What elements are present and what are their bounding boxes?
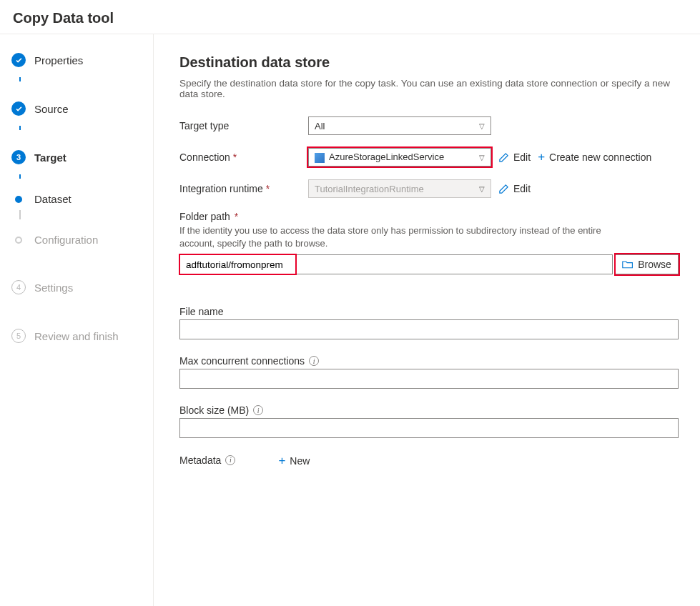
step-number-icon: 5 — [11, 329, 26, 343]
file-name-input[interactable] — [179, 319, 679, 339]
file-name-label: File name — [179, 306, 679, 317]
step-label: Source — [34, 103, 69, 115]
page-header: Copy Data tool — [0, 0, 700, 34]
info-icon[interactable]: i — [225, 455, 235, 465]
folder-path-input[interactable] — [179, 254, 613, 274]
step-settings[interactable]: 4 Settings — [0, 276, 153, 299]
step-number-icon: 4 — [11, 280, 26, 294]
folder-icon — [622, 259, 634, 269]
block-size-label: Block size (MB) i — [179, 404, 679, 416]
pencil-icon — [498, 184, 509, 194]
runtime-select[interactable]: TutorialIntegrationRuntime ▽ — [308, 179, 491, 198]
step-label: Review and finish — [34, 330, 119, 342]
step-configuration[interactable]: Configuration — [0, 229, 153, 250]
select-value: All — [315, 121, 325, 131]
edit-runtime-button[interactable]: Edit — [498, 183, 531, 194]
connection-select[interactable]: AzureStorageLinkedService ▽ — [308, 148, 491, 167]
page-subtitle: Specify the destination data store for t… — [179, 78, 679, 99]
browse-button[interactable]: Browse — [616, 254, 679, 274]
folder-path-desc: If the identity you use to access the da… — [179, 224, 637, 250]
connection-label: Connection* — [179, 152, 301, 163]
chevron-down-icon: ▽ — [479, 122, 485, 130]
step-review[interactable]: 5 Review and finish — [0, 324, 153, 347]
select-value: AzureStorageLinkedService — [329, 152, 444, 162]
wizard-sidebar: Properties Source 3 Target Dataset — [0, 34, 154, 606]
step-dataset[interactable]: Dataset — [0, 189, 153, 209]
chevron-down-icon: ▽ — [479, 154, 485, 162]
storage-service-icon — [315, 153, 325, 163]
info-icon[interactable]: i — [309, 356, 319, 366]
block-size-input[interactable] — [179, 418, 679, 438]
plus-icon: + — [278, 454, 285, 468]
max-connections-input[interactable] — [179, 369, 679, 389]
step-number-icon: 3 — [11, 150, 26, 164]
edit-connection-button[interactable]: Edit — [498, 152, 531, 163]
chevron-down-icon: ▽ — [479, 185, 485, 193]
pencil-icon — [498, 152, 509, 163]
new-metadata-button[interactable]: + New — [278, 454, 310, 468]
step-properties[interactable]: Properties — [0, 49, 153, 71]
step-label: Configuration — [34, 234, 98, 246]
select-value: TutorialIntegrationRuntime — [315, 184, 424, 194]
create-new-connection-button[interactable]: + Create new connection — [538, 150, 651, 164]
max-connections-label: Max concurrent connections i — [179, 355, 679, 367]
target-type-select[interactable]: All ▽ — [308, 116, 491, 135]
step-label: Properties — [34, 54, 83, 66]
step-source[interactable]: Source — [0, 97, 153, 120]
check-icon — [11, 101, 26, 116]
page-title: Destination data store — [179, 54, 679, 71]
step-label: Settings — [34, 282, 73, 294]
runtime-label: Integration runtime* — [179, 183, 301, 194]
target-type-label: Target type — [179, 120, 301, 131]
metadata-label: Metadata i — [179, 454, 235, 466]
folder-path-label: Folder path* — [179, 211, 679, 222]
info-icon[interactable]: i — [253, 405, 263, 415]
dot-icon — [15, 237, 22, 244]
check-icon — [11, 53, 26, 67]
main-content: Destination data store Specify the desti… — [154, 34, 700, 606]
step-label: Dataset — [34, 193, 72, 205]
step-label: Target — [34, 152, 66, 164]
step-target[interactable]: 3 Target — [0, 146, 153, 169]
dot-icon — [15, 196, 22, 203]
plus-icon: + — [538, 150, 545, 164]
